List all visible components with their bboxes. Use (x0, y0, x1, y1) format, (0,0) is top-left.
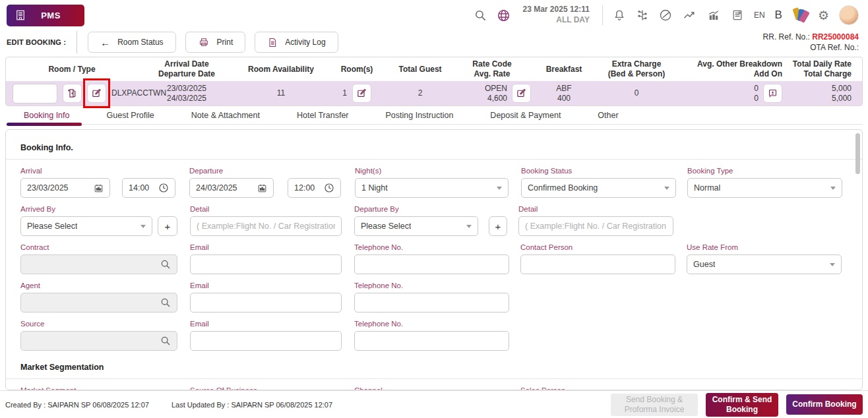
departure-by-label: Departure By (354, 205, 478, 213)
pms-logo[interactable]: PMS (7, 5, 84, 26)
source-email-input[interactable] (190, 331, 342, 351)
row-breakdown-values: 0 0 (754, 84, 759, 104)
gauge-icon[interactable] (659, 9, 672, 22)
use-rate-from-select[interactable]: Guest (687, 254, 842, 274)
settings-gear-icon[interactable]: ⚙ (818, 9, 829, 22)
booking-table-header: Room / Type Arrival Date Departure Date … (6, 57, 862, 81)
market-segmentation-title: Market Segmentation (20, 363, 848, 372)
tab-hotel-transfer[interactable]: Hotel Transfer (278, 107, 367, 124)
row-rate: OPEN 4,600 (485, 84, 507, 104)
departure-detail-label: Detail (518, 205, 673, 213)
app-title: PMS (26, 11, 84, 20)
back-arrow-icon: ← (100, 37, 110, 48)
confirm-send-booking-button[interactable]: Confirm & Send Booking (706, 393, 778, 417)
agent-search-input[interactable] (20, 293, 177, 313)
rr-ref-label: RR. Ref. No.: (763, 32, 810, 42)
activity-log-button[interactable]: Activity Log (255, 32, 338, 53)
nights-select[interactable]: 1 Night (355, 178, 509, 198)
tab-posting-instruction[interactable]: Posting Instruction (367, 107, 472, 124)
departure-label: Departure (189, 167, 274, 175)
room-status-button[interactable]: ← Room Status (88, 32, 175, 53)
bar-chart-icon[interactable] (706, 9, 721, 22)
booking-type-select[interactable]: Normal (687, 178, 842, 198)
arrival-detail-input[interactable] (190, 216, 342, 236)
departure-by-select[interactable]: Please Select (354, 216, 478, 236)
report-icon[interactable] (731, 9, 744, 22)
add-departure-by-button[interactable]: + (489, 216, 507, 236)
breakdown-editor-button[interactable] (763, 84, 782, 103)
chevron-down-icon (830, 187, 836, 190)
room-status-label: Room Status (117, 38, 163, 47)
hotel-building-icon (15, 9, 26, 21)
booking-status-select[interactable]: Confirmed Booking (521, 178, 676, 198)
source-search-input[interactable] (20, 331, 177, 351)
ota-ref-label: OTA Ref. No.: (810, 43, 859, 52)
edit-room-type-button[interactable] (87, 84, 106, 103)
nights-label: Night(s) (355, 167, 509, 175)
tab-booking-info[interactable]: Booking Info (5, 107, 88, 124)
source-phone-input[interactable] (354, 331, 509, 351)
use-rate-from-label: Use Rate From (687, 243, 842, 251)
arrived-by-select[interactable]: Please Select (20, 216, 152, 236)
arrival-label: Arrival (20, 167, 110, 175)
row-breakfast: ABF 400 (531, 84, 597, 104)
search-icon[interactable] (474, 9, 487, 22)
chevron-down-icon (830, 263, 835, 266)
confirm-booking-button[interactable]: Confirm Booking (786, 394, 863, 415)
edit-rate-button[interactable] (512, 84, 531, 103)
edit-rooms-button[interactable] (352, 84, 371, 103)
language-selector[interactable]: EN (754, 11, 765, 20)
source-label: Source (20, 320, 177, 328)
tab-note-attachment[interactable]: Note & Attachment (173, 107, 278, 124)
theme-palette-icon[interactable] (792, 8, 808, 22)
send-booking-proforma-button[interactable]: Send Booking & Proforma Invoice (611, 394, 698, 416)
contract-email-input[interactable] (190, 254, 342, 274)
agent-phone-input[interactable] (354, 293, 509, 313)
contract-search-input[interactable] (20, 254, 177, 274)
page-title: EDIT BOOKING : (7, 38, 66, 46)
toolbar-divider (77, 31, 77, 53)
contract-label: Contract (20, 243, 177, 251)
departure-time-input[interactable]: 12:00 (288, 178, 341, 198)
row-extra-charge: 0 (597, 88, 676, 98)
chevron-down-icon (664, 187, 669, 190)
arrival-date-input[interactable]: 23/03/2025 (20, 178, 110, 198)
booking-summary-table: Room / Type Arrival Date Departure Date … (5, 57, 863, 106)
tab-other[interactable]: Other (579, 107, 636, 124)
contract-phone-input[interactable] (354, 254, 509, 274)
header-total-daily-rate: Total Daily Rate Total Charge (785, 59, 862, 79)
row-rooms-count: 1 (342, 88, 347, 98)
contract-phone-label: Telephone No. (354, 243, 509, 251)
departure-date-input[interactable]: 24/03/2025 (189, 178, 274, 198)
assign-room-button[interactable] (63, 84, 82, 103)
row-dates: 23/03/2025 24/03/2025 (138, 84, 235, 104)
tab-deposit-payment[interactable]: Deposit & Payment (472, 107, 579, 124)
line-chart-icon[interactable] (682, 9, 697, 22)
tab-guest-profile[interactable]: Guest Profile (88, 107, 173, 124)
notifications-bell-icon[interactable] (613, 9, 626, 22)
globe-icon[interactable] (497, 9, 511, 22)
add-arrived-by-button[interactable]: + (158, 216, 177, 236)
agent-email-label: Email (190, 282, 342, 289)
departure-detail-input[interactable] (518, 216, 673, 236)
row-room-availability: 11 (235, 88, 326, 98)
user-avatar[interactable] (839, 5, 859, 25)
print-button[interactable]: Print (185, 32, 246, 53)
bold-toggle[interactable]: B (775, 9, 782, 22)
header-total-guest: Total Guest (387, 65, 453, 75)
contact-person-input[interactable] (520, 254, 675, 274)
section-divider (6, 378, 862, 379)
section-divider (6, 159, 862, 160)
booking-type-label: Booking Type (687, 167, 842, 175)
edit-booking-toolbar: EDIT BOOKING : ← Room Status Print Activ… (0, 29, 868, 55)
rr-ref-value: RR25000084 (812, 32, 859, 42)
workflow-tree-icon[interactable] (636, 9, 649, 22)
scrollbar-thumb[interactable] (855, 133, 860, 174)
room-number-input[interactable] (13, 84, 57, 104)
header-day-mode: ALL DAY (523, 15, 590, 26)
header-rooms: Room(s) (326, 65, 387, 75)
app-header: PMS 23 Mar 2025 12:11 ALL DAY (0, 0, 868, 30)
calendar-icon (257, 183, 267, 193)
arrival-time-input[interactable]: 14:00 (122, 178, 175, 198)
agent-email-input[interactable] (190, 293, 342, 313)
